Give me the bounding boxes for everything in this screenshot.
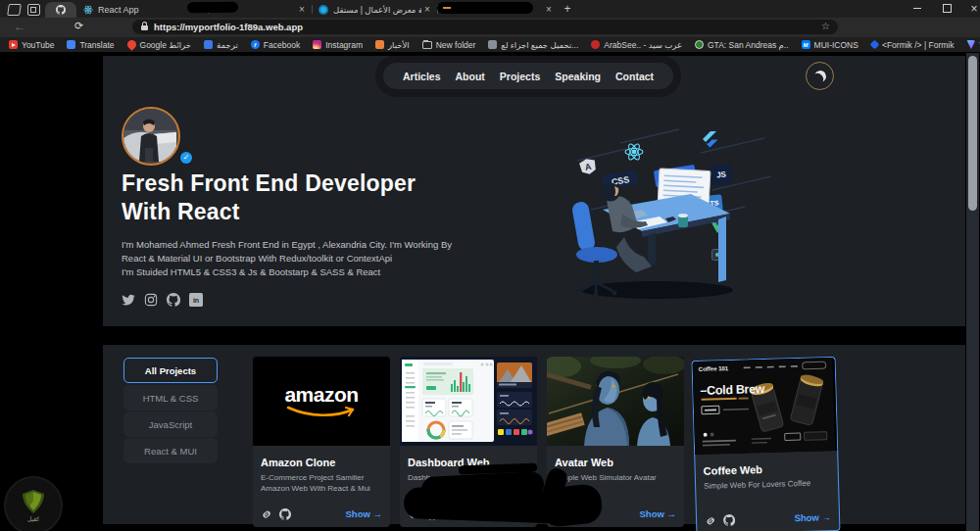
scrollbar-thumb[interactable]	[968, 56, 977, 211]
desk-scene	[571, 169, 733, 299]
bookmarks-bar: YouTube Translate Google خرائط ترجمة fFa…	[0, 37, 980, 52]
tab-close-icon[interactable]: ×	[421, 4, 433, 16]
amazon-logo-text: amazon	[284, 385, 358, 405]
nav-item-articles[interactable]: Articles	[403, 71, 441, 82]
tab-close-icon[interactable]: ×	[296, 4, 308, 16]
tab-mostaql[interactable]: إضافة معرض الأعمال | مستقل ×	[314, 2, 437, 18]
translate-icon	[67, 40, 75, 49]
social-links: in	[122, 293, 203, 307]
workspaces-icon[interactable]	[7, 4, 22, 16]
show-link[interactable]: Show →	[346, 508, 382, 519]
tab-close-icon[interactable]: ×	[543, 4, 555, 16]
github-icon[interactable]	[167, 293, 180, 307]
bookmark-translate[interactable]: Translate	[67, 40, 114, 50]
bookmark-new-folder[interactable]: New folder	[422, 40, 476, 50]
tab-pinned-portfolio[interactable]	[45, 2, 76, 18]
bookmark-youtube[interactable]: YouTube	[9, 40, 54, 50]
bookmark-formik[interactable]: <Formik /> | Formik	[871, 40, 955, 50]
coffee-cup	[678, 214, 688, 227]
folder-icon	[422, 41, 432, 49]
card-description: E-Commerce Project Samilier Amazon Web W…	[261, 472, 382, 494]
show-link[interactable]: Show →	[794, 511, 831, 523]
nav-item-about[interactable]: About	[456, 71, 485, 82]
page-scrollbar[interactable]	[966, 53, 979, 531]
instagram-icon	[313, 40, 321, 49]
minimize-button[interactable]	[904, 0, 931, 17]
github-icon[interactable]	[279, 508, 291, 520]
watermark-text: كفيل	[27, 515, 39, 522]
nav-item-contact[interactable]: Contact	[615, 71, 654, 82]
tab-actions-icon[interactable]	[27, 4, 40, 16]
filter-html-css[interactable]: HTML & CSS	[123, 385, 218, 410]
facebook-icon: f	[251, 40, 260, 49]
svg-text:–Cold Brew: –Cold Brew	[700, 382, 765, 398]
bookmark-news[interactable]: الأخبار	[375, 40, 410, 50]
close-window-button[interactable]: ×	[960, 0, 980, 17]
back-button[interactable]: ←	[14, 20, 25, 33]
bookmark-arabseed[interactable]: ArabSee.. - عرب سيد	[591, 40, 682, 50]
bookmark-google-maps[interactable]: Google خرائط	[127, 40, 192, 50]
tab-title: إضافة معرض الأعمال | مستقل	[333, 5, 421, 15]
filter-all-projects[interactable]: All Projects	[123, 358, 218, 383]
mostaql-favicon	[318, 5, 328, 15]
card-description: Simple Web Simulator Avatar	[555, 472, 676, 483]
bookmark-facebook[interactable]: fFacebook	[251, 40, 300, 50]
link-icon[interactable]	[261, 508, 272, 520]
moon-icon	[812, 69, 827, 83]
profile-photo[interactable]	[122, 107, 180, 166]
nav-item-speaking[interactable]: Speaking	[555, 71, 601, 82]
tab-title: React App	[98, 5, 192, 15]
lock-icon	[141, 25, 148, 30]
dark-mode-toggle[interactable]	[806, 62, 834, 90]
bookmark-star-icon[interactable]: ☆	[821, 21, 830, 31]
project-card-coffee[interactable]: Coffee 101	[692, 357, 841, 531]
browser-toolbar: ← ⟳ https://myportfolio-1f89a.web.app ☆ …	[0, 18, 980, 37]
watermark-logo: كفيل	[4, 476, 63, 531]
avatar-card-image	[547, 357, 684, 446]
redaction-scribble	[437, 2, 533, 14]
card-title: Amazon Clone	[261, 457, 335, 468]
page-title: Fresh Front End Developer With React	[122, 169, 416, 226]
bookmark-game-download[interactable]: تحميل جميع اجزاء لع...	[488, 40, 578, 50]
formik-icon	[869, 40, 879, 50]
filter-react-mui[interactable]: React & MUI	[123, 438, 218, 463]
filter-javascript[interactable]: JavaScript	[123, 411, 218, 437]
vite-icon	[966, 40, 975, 49]
js-badge: JS	[710, 164, 732, 185]
amazon-smile-icon	[284, 405, 359, 418]
bookmark-gta[interactable]: GTA: San Andreas م..	[695, 40, 789, 50]
new-tab-button[interactable]: +	[561, 3, 574, 17]
project-card-amazon[interactable]: amazon Amazon Clone E-Commerce Project S…	[253, 357, 390, 527]
bookmark-targama[interactable]: ترجمة	[204, 40, 238, 50]
instagram-icon[interactable]	[144, 293, 158, 307]
browser-window: React App × × إضافة معرض الأعمال | مستقل…	[0, 0, 980, 531]
page-viewport: Articles About Projects Speaking Contact	[0, 52, 980, 531]
show-link[interactable]: Show →	[640, 508, 676, 519]
shield-icon	[21, 489, 46, 514]
youtube-icon	[9, 40, 18, 49]
bookmark-vite-react[interactable]: Vite + React	[966, 40, 980, 50]
bookmark-instagram[interactable]: Instagram	[313, 40, 363, 50]
nav-item-projects[interactable]: Projects	[500, 71, 540, 82]
refresh-button[interactable]: ⟳	[74, 20, 83, 32]
card-title: Avatar Web	[555, 457, 613, 468]
flutter-logo-icon	[703, 131, 718, 148]
person-legs	[616, 237, 652, 272]
arabseed-icon	[591, 40, 600, 49]
address-bar[interactable]: https://myportfolio-1f89a.web.app ☆	[132, 20, 838, 34]
github-icon[interactable]	[723, 514, 735, 526]
react-logo-icon	[625, 142, 643, 161]
site-nav: Articles About Projects Speaking Contact	[383, 63, 673, 89]
bookmark-mui-icons[interactable]: MMUI-ICONS	[802, 40, 858, 50]
hero-section: Articles About Projects Speaking Contact	[103, 56, 965, 326]
maximize-button[interactable]	[933, 0, 960, 17]
twitter-icon[interactable]	[122, 293, 135, 307]
linkedin-icon[interactable]: in	[189, 293, 203, 307]
url-text: https://myportfolio-1f89a.web.app	[154, 22, 303, 32]
link-icon[interactable]	[705, 514, 716, 526]
github-favicon	[56, 5, 66, 15]
news-icon	[375, 40, 384, 49]
game-icon	[488, 40, 497, 49]
svg-text:JS: JS	[716, 169, 727, 179]
amazon-card-image: amazon	[253, 357, 390, 446]
